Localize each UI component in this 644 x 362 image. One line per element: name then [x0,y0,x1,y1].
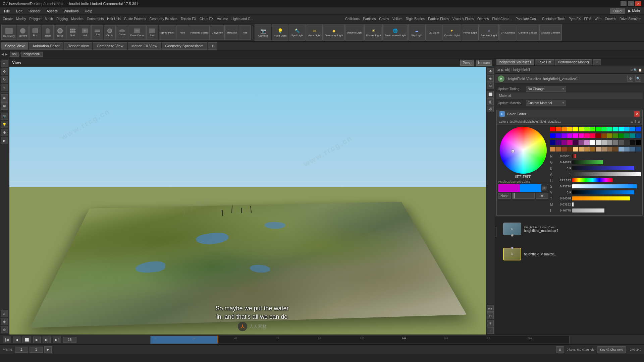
path-heightfield[interactable]: heightfield1 [21,52,43,57]
camera-btn[interactable]: 📷 Camera [255,24,271,41]
snap-icon[interactable]: ⊞ [1,102,8,110]
area-light-btn[interactable]: ▭ Area Light [306,24,323,41]
swatch-3-5[interactable] [579,147,584,152]
s-slider[interactable] [572,184,641,188]
swatch-1-6[interactable] [584,133,590,138]
color-list-icon[interactable]: ⊞ [631,120,633,123]
swatch-2-3[interactable] [567,140,573,145]
menu-windows[interactable]: Windows [61,8,82,14]
swatch-2-10[interactable] [607,140,612,145]
zoom-in-icon[interactable]: ⊕ [1,318,8,325]
sphere-btn[interactable]: Sphere [17,25,29,40]
add-key-btn[interactable]: ⊞ [556,346,564,353]
swatch-3-7[interactable] [590,147,595,152]
swatch-1-3[interactable] [567,133,573,138]
vp-frame-icon[interactable]: ⬜ [487,91,494,98]
swatch-0-9[interactable] [601,127,607,131]
box-btn[interactable]: Box [29,25,41,40]
swatch-0-7[interactable] [590,127,595,131]
swatch-0-5[interactable] [579,127,584,131]
right-tab-heightfield[interactable]: heightfield_visualize1 [496,59,534,65]
h-slider[interactable] [572,178,641,182]
swatch-2-2[interactable] [561,140,567,145]
swatch-1-4[interactable] [573,133,578,138]
build-button[interactable]: Build [610,8,625,14]
geometry-btn[interactable]: Geometry [1,25,16,40]
swatch-0-14[interactable] [630,127,635,131]
display-options-icon[interactable]: ⚙ [1,129,8,136]
camera-shaker-btn[interactable]: Camera Shaker [517,24,539,41]
swatch-1-10[interactable] [607,133,612,138]
menu-render[interactable]: Render [26,8,43,14]
swatch-0-8[interactable] [596,127,601,131]
tube-btn[interactable]: Tube [42,25,54,40]
circle-btn[interactable]: Circle [104,25,116,40]
swatch-1-1[interactable] [556,133,561,138]
swatch-1-9[interactable] [601,133,607,138]
update-tinting-dropdown[interactable]: No Change ▼ [526,86,566,92]
swatch-3-10[interactable] [607,147,612,152]
swatch-2-9[interactable] [601,140,607,145]
caustic-light-btn[interactable]: ✦ Caustic Light [442,24,461,41]
key-all-channels-btn[interactable]: Key All Channels [597,346,626,353]
spray-paint-btn[interactable]: Spray Paint [159,25,176,40]
swatch-3-2[interactable] [561,147,567,152]
color-wheel-cursor[interactable] [512,150,514,153]
current-frame-input[interactable] [63,337,76,343]
zoom-out-icon[interactable]: ⊖ [1,326,8,333]
node-heightfield-maskclear[interactable]: H HeightField Layer Clear heightfield_ma… [502,222,559,236]
swatch-1-15[interactable] [636,133,641,138]
right-tab-add[interactable]: + [593,59,601,65]
path-btn[interactable]: → Path [146,25,158,40]
swatch-2-7[interactable] [590,140,595,145]
sky-light-btn[interactable]: ☁ Sky Light [408,24,425,41]
swatch-3-1[interactable] [556,147,561,152]
line-btn[interactable]: Line [91,25,103,40]
select-tool-icon[interactable]: ↖ [1,60,8,67]
file-btn[interactable]: File [239,25,251,40]
camera-select-btn[interactable]: No cam [476,60,492,66]
font-btn[interactable]: Font [176,25,189,40]
swatch-1-8[interactable] [596,133,601,138]
swatch-2-0[interactable] [550,140,555,145]
swatch-2-15[interactable] [636,140,641,145]
ambient-light-btn[interactable]: ○ Ambient Light [479,24,499,41]
draw-curve-btn[interactable]: ✏ Draw Curve [128,25,146,40]
swatch-3-9[interactable] [601,147,607,152]
value-input[interactable] [536,193,548,199]
handle-icon[interactable]: ⊕ [1,94,8,102]
tab-render-view[interactable]: Render View [64,42,93,50]
tab-motion-fx[interactable]: Motion FX View [128,42,161,50]
environment-light-btn[interactable]: 🌐 Environment Light [383,24,408,41]
start-frame-input[interactable] [15,347,28,353]
swatch-0-11[interactable] [613,127,618,131]
spot-light-btn[interactable]: 🔦 Spot Light [289,24,306,41]
path-hf1[interactable]: heightfield1 [513,68,530,72]
swatch-0-1[interactable] [556,127,561,131]
tab-animation-editor[interactable]: Animation Editor [29,42,63,50]
g-slider[interactable] [572,160,641,164]
path-obj-right[interactable]: obj [505,68,509,72]
grid-btn[interactable]: Grid [66,25,78,40]
menu-help[interactable]: Help [82,8,95,14]
hf-gear-icon[interactable]: ⚙ [627,76,633,82]
swatch-1-11[interactable] [613,133,618,138]
rotate-tool-icon[interactable]: ↻ [1,76,8,83]
go-end-btn[interactable]: ▶| [53,337,61,343]
b-slider[interactable] [572,166,641,170]
go-start-btn[interactable]: |◀ [3,337,11,343]
stop-btn[interactable]: ⬜ [22,337,31,343]
v-slider[interactable] [572,190,641,194]
torus-btn[interactable]: Torus [54,25,66,40]
vp-rotate-icon[interactable]: ↻ [487,82,494,89]
r-slider[interactable] [572,154,641,158]
realtime-btn[interactable]: ▶ [44,346,52,353]
distant-light-btn[interactable]: ☀ Distant Light [364,24,382,41]
path-obj[interactable]: obj [10,52,19,57]
swatch-1-12[interactable] [619,133,624,138]
color-wheel-container[interactable]: 0E71E5FF Previous/Current Colors ✏ [498,127,548,177]
swatch-0-6[interactable] [584,127,590,131]
swatch-1-0[interactable] [550,133,555,138]
swatch-2-5[interactable] [579,140,584,145]
swatch-2-14[interactable] [630,140,635,145]
